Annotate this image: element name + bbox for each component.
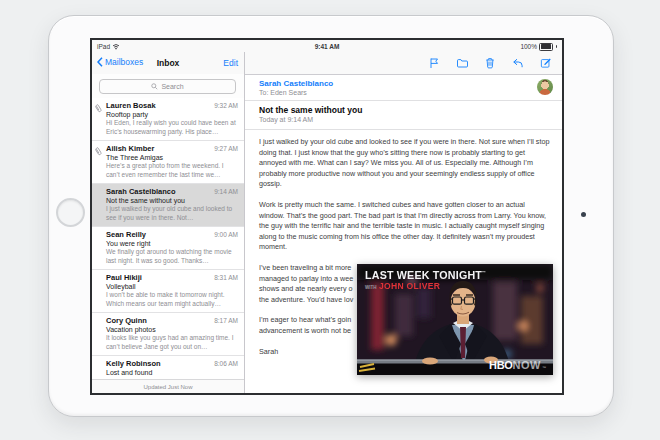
clock: 9:41 AM: [92, 43, 562, 50]
paperclip-icon: [93, 102, 105, 115]
compose-icon[interactable]: [540, 57, 552, 69]
search-area: Search: [92, 74, 244, 98]
search-placeholder: Search: [161, 83, 183, 90]
body-paragraph: Work is pretty much the same. I switched…: [259, 200, 551, 253]
video-host-name: JOHN OLIVER: [379, 281, 440, 291]
paperclip-icon: [93, 145, 105, 158]
edit-button[interactable]: Edit: [223, 58, 238, 68]
flag-icon[interactable]: [428, 57, 440, 69]
list-item[interactable]: Sean Reilly9:00 AM You were right We fin…: [92, 227, 244, 270]
message-date: Today at 9:14 AM: [259, 116, 313, 123]
battery-percent: 100%: [520, 43, 537, 50]
home-button[interactable]: [56, 198, 85, 227]
sender-name-link[interactable]: Sarah Castelblanco: [259, 79, 333, 88]
battery-icon: [539, 43, 553, 51]
list-item[interactable]: Kelly Robinson8:06 AM Lost and found: [92, 356, 244, 380]
mailbox-title: Inbox: [92, 58, 244, 68]
screen: iPad 9:41 AM 100% Mailboxes: [90, 38, 564, 395]
reply-icon[interactable]: [512, 57, 524, 69]
search-icon: [151, 83, 158, 90]
trash-icon[interactable]: [484, 57, 496, 69]
list-item[interactable]: Lauren Bosak9:32 AM Rooftop party Hi Ede…: [92, 98, 244, 141]
email-list: Lauren Bosak9:32 AM Rooftop party Hi Ede…: [92, 98, 244, 380]
video-show-title: LAST WEEK TONIGHT™: [365, 269, 486, 281]
message-toolbar: [245, 52, 562, 75]
list-navbar: Mailboxes Inbox Edit: [92, 52, 244, 75]
search-input[interactable]: Search: [99, 79, 236, 94]
list-item[interactable]: Paul Hikiji8:31 AM Volleyball I won’t be…: [92, 270, 244, 313]
pip-video-player[interactable]: LAST WEEK TONIGHT™ WITH JOHN OLIVER HBON…: [357, 264, 553, 375]
hbo-now-logo: HBONOW™: [489, 359, 546, 371]
subject-block: Not the same without you Today at 9:14 A…: [245, 100, 562, 130]
list-item-selected[interactable]: Sarah Castelblanco9:14 AM Not the same w…: [92, 184, 244, 227]
list-item[interactable]: Cory Quinn8:17 AM Vacation photos It loo…: [92, 313, 244, 356]
folder-icon[interactable]: [456, 57, 468, 69]
front-camera: [581, 212, 586, 217]
recipient-label: To: Eden Sears: [259, 89, 307, 96]
mailbox-list-panel: Mailboxes Inbox Edit Search: [92, 52, 245, 393]
message-header: Sarah Castelblanco To: Eden Sears: [245, 74, 562, 101]
update-status: Updated Just Now: [92, 379, 244, 393]
list-item[interactable]: Ailish Kimber9:27 AM The Three Amigas He…: [92, 141, 244, 184]
sender-avatar[interactable]: [537, 79, 553, 95]
status-bar: iPad 9:41 AM 100%: [92, 40, 562, 52]
message-subject: Not the same without you: [259, 105, 362, 115]
body-paragraph: I just walked by your old cube and looke…: [259, 137, 551, 190]
video-host-line: WITH JOHN OLIVER: [365, 281, 443, 291]
ipad-device: iPad 9:41 AM 100% Mailboxes: [48, 15, 614, 417]
